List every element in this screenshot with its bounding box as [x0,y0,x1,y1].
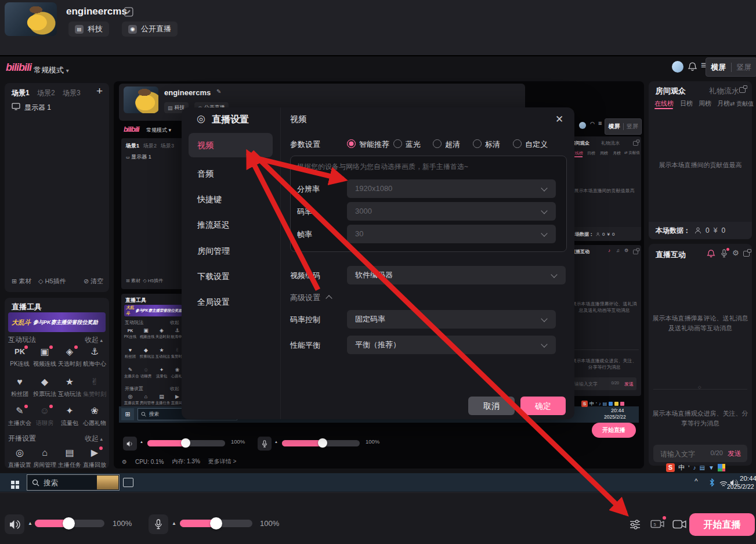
rate-control-select[interactable]: 固定码率 [347,310,556,329]
tool-room-manage[interactable]: ⌂房间管理 [32,446,57,469]
add-scene-button[interactable]: + [96,85,103,98]
tag-visibility[interactable]: ◉ 公开直播 [122,21,178,37]
tool-voice-room[interactable]: ☺语聊房 [32,405,57,427]
video-camera-icon[interactable] [672,518,687,532]
rank-tab-daily[interactable]: 日榜 [680,99,693,108]
tool-video-link[interactable]: ▣视频连线 [32,345,57,368]
scene-tab-2[interactable]: 场景2 [37,88,55,98]
tool-pk[interactable]: PKPK连线 [7,345,32,368]
source-display[interactable]: 显示器 1 [24,103,51,113]
start-button[interactable] [0,473,26,492]
rank-tab-monthly[interactable]: 月榜 [717,99,730,108]
tool-celebration[interactable]: ✎主播庆会 [7,405,32,427]
scene-tab-1[interactable]: 场景1 [12,88,30,98]
radio-smart[interactable] [347,139,356,148]
balance-select[interactable]: 平衡（推荐） [347,336,556,354]
tool-live-settings[interactable]: ◎直播设置 [7,446,32,469]
wifi-icon[interactable] [719,479,728,489]
radio-label-custom[interactable]: 自定义 [525,139,548,150]
tool-lottery[interactable]: ◈天选时刻 [57,345,82,368]
fps-select[interactable]: 30 [347,225,556,243]
popout-icon[interactable] [743,251,750,257]
send-button[interactable]: 发送 [728,449,741,459]
virtual-camera-icon[interactable]: 5 [650,517,665,532]
radio-label-smart[interactable]: 智能推荐 [359,139,389,150]
collapse-toggle-1[interactable]: 收起 ▴ [85,335,103,345]
speaker-button[interactable] [5,514,24,534]
mini-edit-icon: ✎ [216,88,221,95]
user-avatar-small[interactable] [672,61,683,73]
tool-sailing[interactable]: ⚓航海中心 [82,345,107,368]
interact-settings-icon[interactable]: ⚙ [732,248,739,257]
mic-slider[interactable] [180,520,252,527]
bluetooth-icon[interactable] [709,478,715,489]
speaker-expand-arrow[interactable]: ▲ [28,521,32,526]
tool-anchor-task[interactable]: ▤主播任务 [57,446,82,469]
tool-traffic[interactable]: ✦流量包 [57,405,82,427]
tray-expand[interactable]: ^ [694,477,698,485]
task-view-button[interactable] [123,478,133,487]
resolution-select[interactable]: 1920x1080 [347,179,556,198]
collapse-toggle-2[interactable]: 收起 ▴ [85,434,103,444]
taskbar-search-box[interactable]: 搜索 [27,474,120,491]
tab-room-audience[interactable]: 房间观众 [656,86,686,96]
notification-bell-icon[interactable] [688,62,697,74]
source-material-button[interactable]: ⊞ 素材 [12,277,31,286]
dialog-menu-hotkeys[interactable]: 快捷键 [197,194,222,205]
radio-sd[interactable] [473,139,482,148]
tab-gift-flow[interactable]: 礼物流水 [709,86,739,96]
popout-icon[interactable] [739,87,746,93]
streamer-avatar[interactable] [5,2,57,36]
sogou-ime-bar[interactable]: S 中 ’ ♪ ▤ ▼ [666,463,726,473]
danmu-toggle-icon[interactable] [707,249,715,260]
orientation-portrait[interactable]: 竖屏 [732,62,756,73]
tune-settings-icon[interactable] [629,519,641,532]
dialog-close-icon[interactable]: ✕ [555,113,563,125]
mic-expand-arrow[interactable]: ▲ [172,521,176,526]
dialog-menu-audio[interactable]: 音频 [197,169,214,179]
h5-plugin-button[interactable]: ◇ H5插件 [38,277,66,286]
message-input[interactable] [659,445,711,463]
radio-label-bluray[interactable]: 蓝光 [406,139,421,150]
radio-hd[interactable] [433,139,442,148]
cancel-button[interactable]: 取消 [468,397,515,415]
speaker-slider[interactable] [35,520,104,527]
mode-dropdown[interactable]: 常规模式 ▾ [34,65,69,75]
advanced-toggle[interactable]: 高级设置 [290,293,320,303]
tool-vote[interactable]: ◆投票玩法 [32,376,57,398]
clock-date[interactable]: 2025/2/22 [727,483,754,490]
encoder-select[interactable]: 软件编码器 [347,266,566,284]
dialog-menu-download[interactable]: 下载设置 [197,272,230,282]
speaker-slider-thumb[interactable] [63,517,75,529]
dialog-menu-video[interactable]: 视频 [197,140,214,151]
rank-tab-online[interactable]: 在线榜 [654,99,674,108]
rank-tab-weekly[interactable]: 周榜 [699,99,711,108]
radio-label-hd[interactable]: 超清 [445,139,460,150]
rank-switch-contribution[interactable]: ⇄ 贡献值 [730,100,754,108]
bing-daily-image[interactable] [97,475,118,489]
tool-interactive-play[interactable]: ★互动玩法 [57,376,82,398]
mic-button[interactable] [149,514,168,534]
radio-custom[interactable] [513,139,522,148]
tool-replay[interactable]: ▶直播回放 [82,446,107,469]
dialog-menu-stream-delay[interactable]: 推流延迟 [197,220,230,230]
tool-fanclub[interactable]: ♥粉丝团 [7,376,32,398]
mic-slider-thumb[interactable] [210,517,222,529]
dialog-menu-room-manage[interactable]: 房间管理 [197,246,230,257]
bitrate-select[interactable]: 3000 [347,202,556,221]
dialog-menu-global[interactable]: 全局设置 [197,297,230,308]
scene-tab-3[interactable]: 场景3 [63,88,81,98]
tool-likes[interactable]: ✌集赞时刻 [82,376,107,398]
clear-button[interactable]: ⊘ 清空 [84,277,103,286]
tag-category[interactable]: ▤ 科技 [68,21,109,37]
voice-broadcast-icon[interactable] [721,249,728,260]
orientation-landscape[interactable]: 横屏 [706,62,731,73]
radio-bluray[interactable] [393,139,402,148]
ok-button[interactable]: 确定 [520,397,566,415]
radio-label-sd[interactable]: 标清 [485,139,500,150]
pk-banner[interactable]: 大乱斗 参与PK赛主播荣誉段位奖励 [8,312,106,332]
tool-wish-gift[interactable]: ❀心愿礼物 [82,405,107,427]
clock-time[interactable]: 20:44 [740,475,756,482]
start-live-button[interactable]: 开始直播 [689,513,755,536]
edit-title-icon[interactable] [124,7,133,19]
